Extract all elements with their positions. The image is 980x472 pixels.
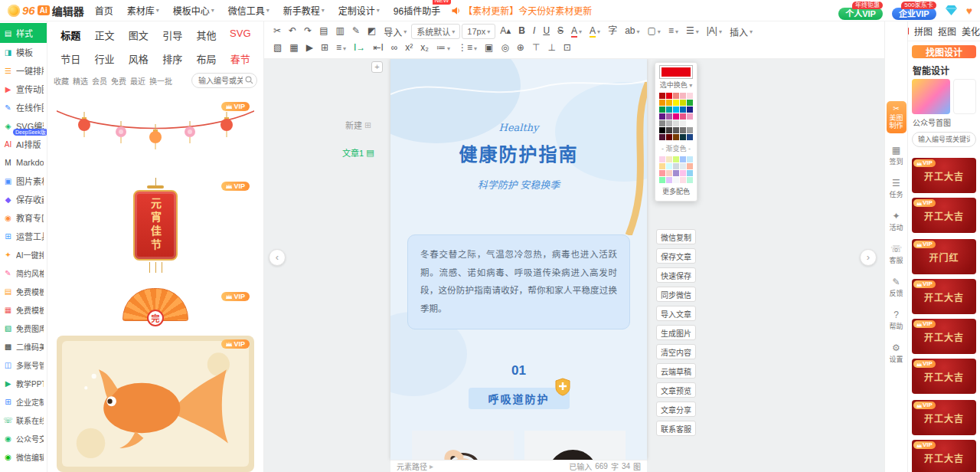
template-thumbnail[interactable]: VIP 开工大吉 — [912, 319, 976, 354]
template-card-pendant[interactable]: VIP 元宵佳节 — [57, 178, 254, 279]
photo-woman[interactable] — [524, 431, 626, 460]
template-tab[interactable]: 春节 — [224, 48, 257, 69]
color-swatch[interactable] — [680, 127, 686, 133]
template-thumbnail[interactable]: VIP 开工大吉 — [912, 158, 976, 193]
right-panel-tab[interactable]: 抠图 — [938, 25, 956, 38]
color-swatch[interactable] — [659, 134, 665, 140]
sidebar-item[interactable]: ✎ 简约风格编辑 — [0, 264, 47, 282]
toolbar-button[interactable]: ∞ ▾ — [388, 41, 401, 56]
meitu-maker-button[interactable]: ✂ 美图制作 — [887, 101, 906, 133]
article-tab[interactable]: 文章1 ▤ — [342, 146, 374, 159]
color-swatch[interactable] — [687, 100, 693, 106]
template-tab[interactable]: 排序 — [155, 48, 189, 69]
template-tab[interactable]: 其他 — [189, 25, 223, 45]
sidebar-item[interactable]: ▤ 免费模板 — [0, 282, 47, 300]
action-button[interactable]: 文章分享 — [656, 402, 696, 417]
color-swatch[interactable] — [666, 127, 672, 133]
article-subtitle[interactable]: 科学防护 安稳换季 — [390, 177, 647, 192]
color-swatch[interactable] — [659, 100, 665, 106]
toolbar-button[interactable]: S ▾ — [554, 24, 567, 39]
collapse-left-arrow[interactable]: ‹ — [269, 249, 286, 266]
filter-link[interactable]: 免费 — [111, 75, 126, 87]
sidebar-item[interactable]: ⊞ 运营工具 — [0, 227, 47, 245]
gradient-swatch[interactable] — [666, 170, 672, 176]
color-swatch[interactable] — [659, 113, 665, 120]
gradient-swatch[interactable] — [687, 163, 693, 169]
right-panel-tab[interactable]: 拼图 — [914, 25, 933, 38]
sidebar-item[interactable]: ✦ AI一键排版 — [0, 245, 47, 264]
gradient-swatch[interactable] — [680, 177, 686, 183]
top-nav-item[interactable]: 首页 ▾ — [95, 4, 113, 17]
toolbar-button[interactable]: ▢ ▾ — [645, 24, 664, 39]
template-card-garland[interactable]: VIP — [57, 98, 254, 169]
gradient-swatch[interactable] — [680, 156, 686, 162]
color-swatch[interactable] — [673, 93, 679, 99]
toolbar-button[interactable]: ⊡ ▾ — [560, 41, 574, 56]
gradient-swatch[interactable] — [659, 163, 665, 169]
heart-icon[interactable]: ♥ — [966, 5, 972, 17]
photo-child[interactable] — [412, 431, 514, 460]
toolbar-button[interactable]: A ▾ — [586, 24, 603, 39]
gradient-swatch[interactable] — [673, 156, 679, 162]
color-swatch[interactable] — [687, 107, 693, 113]
gradient-swatch[interactable] — [687, 170, 693, 176]
template-tab[interactable]: 风格 — [122, 48, 155, 69]
color-swatch[interactable] — [680, 100, 686, 106]
color-swatch[interactable] — [680, 107, 686, 113]
sidebar-item[interactable]: ◉ 公众号交流群 — [0, 429, 47, 447]
find-design-button[interactable]: 找图设计 — [912, 45, 976, 58]
selected-color-swatch[interactable] — [662, 67, 691, 77]
new-article-button[interactable]: 新建 ⊞ — [345, 119, 371, 131]
diamond-icon[interactable] — [946, 5, 957, 15]
color-swatch[interactable] — [659, 127, 665, 133]
right-panel-tab[interactable]: 美化 — [962, 25, 980, 38]
sidebar-item[interactable]: ☏ 联系在线客服 — [0, 411, 47, 429]
color-swatch[interactable] — [666, 93, 672, 99]
color-swatch[interactable] — [666, 113, 672, 120]
template-card-goldfish[interactable]: VIP — [57, 336, 254, 472]
sidebar-item[interactable]: ▦ 免费模板库 — [0, 300, 47, 319]
sidebar-item[interactable]: ▩ 二维码美化 — [0, 337, 47, 356]
template-thumbnail[interactable]: VIP 开工大吉 — [912, 359, 976, 394]
template-thumbnail[interactable]: VIP 开工大吉 — [912, 198, 976, 233]
sidebar-item[interactable]: ▶ 教学PPT制作 — [0, 374, 47, 392]
toolbar-button[interactable]: A ▾ — [568, 24, 585, 39]
template-tab[interactable]: 节日 — [54, 48, 87, 69]
color-swatch[interactable] — [666, 100, 672, 106]
filter-link[interactable]: 收藏 — [54, 75, 69, 87]
sidebar-item[interactable]: ◉ 微信编辑器 — [0, 447, 47, 466]
personal-vip-button[interactable]: 个人VIP — [838, 8, 883, 20]
toolbar-button[interactable]: 导入 ▾ — [381, 24, 410, 39]
template-tab[interactable]: SVG — [224, 25, 257, 45]
article-eyebrow[interactable]: Healthy — [390, 122, 647, 133]
top-nav-item[interactable]: 新手教程 ▾ — [283, 4, 325, 17]
toolbar-button[interactable]: ⊤ ▾ — [529, 41, 543, 56]
toolbar-button[interactable]: ▦ ▾ — [286, 41, 301, 56]
filter-link[interactable]: 会员 — [92, 75, 107, 87]
toolbar-button[interactable]: x₂ ▾ — [417, 41, 432, 56]
side-tool-item[interactable]: ✦ 活动 — [889, 211, 903, 232]
color-swatch[interactable] — [687, 134, 693, 140]
gradient-swatch[interactable] — [687, 177, 693, 183]
color-swatch[interactable] — [666, 134, 672, 140]
more-colors-link[interactable]: 更多配色 — [658, 186, 694, 196]
sidebar-item[interactable]: ▧ 免费图库 — [0, 319, 47, 337]
color-swatch[interactable] — [673, 134, 679, 140]
design-thumbnail-placeholder[interactable] — [953, 79, 976, 114]
design-thumbnail[interactable] — [912, 79, 950, 114]
color-swatch[interactable] — [680, 120, 686, 126]
app-logo[interactable]: 96 Ai 编辑器 — [8, 3, 84, 18]
side-tool-item[interactable]: ? 帮助 — [889, 310, 903, 331]
sidebar-item[interactable]: ◉ 教育专区 — [0, 208, 47, 227]
sidebar-item[interactable]: ◫ 多账号管理 — [0, 356, 47, 374]
color-swatch[interactable] — [659, 93, 665, 99]
selected-color-label[interactable]: 选中换色 ▾ — [658, 80, 694, 90]
top-nav-item[interactable]: 微信工具 ▾ — [228, 4, 270, 17]
template-tab[interactable]: 布局 — [189, 48, 223, 69]
color-swatch[interactable] — [687, 127, 693, 133]
toolbar-button[interactable]: ◩ ▾ — [364, 24, 379, 39]
action-button[interactable]: 保存文章 — [656, 248, 696, 264]
sidebar-item[interactable]: ☰ 一键排版 — [0, 61, 47, 80]
toolbar-button[interactable]: ≡ ▾ — [665, 24, 681, 39]
gradient-swatch[interactable] — [673, 170, 679, 176]
